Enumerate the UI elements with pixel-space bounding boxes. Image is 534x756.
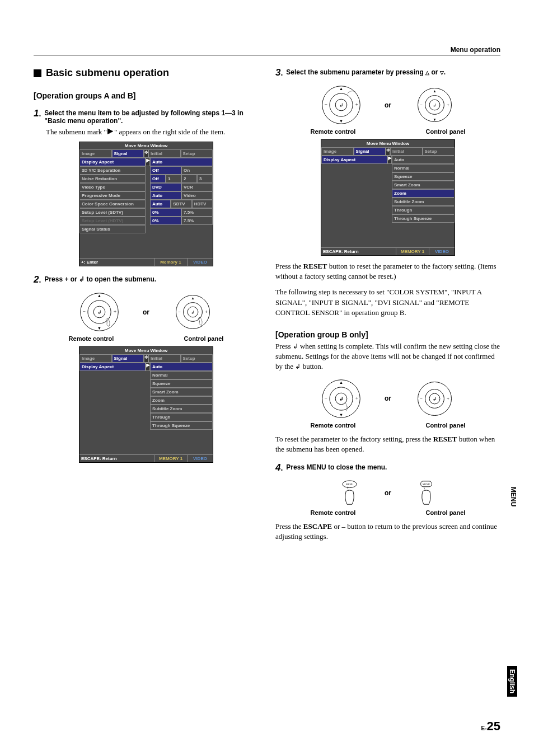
- svg-text:▲: ▲: [339, 86, 343, 91]
- remote-menu-button-icon: MENU: [337, 479, 362, 507]
- svg-text:−: −: [83, 309, 86, 315]
- step-2-text: Press + or ↲ to open the submenu.: [44, 274, 156, 285]
- svg-text:▼: ▼: [433, 118, 436, 121]
- or-label-4: or: [385, 489, 391, 497]
- svg-text:MENU: MENU: [346, 483, 354, 486]
- svg-text:+: +: [114, 309, 116, 315]
- svg-text:▲: ▲: [97, 293, 101, 298]
- header-title: Menu operation: [451, 46, 500, 54]
- svg-text:▲: ▲: [433, 89, 436, 93]
- control-labels-3: Remote controlControl panel: [275, 422, 500, 429]
- menu-window-3: Move Menu WindowImageSignal✥InitialSetup…: [321, 139, 455, 256]
- right-column: 3. Select the submenu parameter by press…: [275, 67, 500, 542]
- svg-text:↲: ↲: [97, 309, 102, 315]
- remote-dpad-icon-2: ▲▼−+↲: [320, 84, 362, 126]
- or-label-2: or: [385, 101, 391, 109]
- svg-text:MENU: MENU: [423, 483, 430, 486]
- step-2: 2. Press + or ↲ to open the submenu.: [34, 274, 259, 285]
- reset-note-2: To reset the parameter to the factory se…: [275, 434, 500, 454]
- escape-note: Press the ESCAPE or – button to return t…: [275, 522, 500, 542]
- svg-text:▼: ▼: [339, 412, 343, 417]
- panel-dpad-icon-3: −+↲: [414, 378, 456, 420]
- svg-text:−: −: [325, 396, 327, 401]
- svg-text:▼: ▼: [339, 119, 343, 124]
- control-illustration-row-2: ▲▼−+↲ or ▲▼−+↲: [275, 84, 500, 126]
- step-4: 4. Press MENU to close the menu.: [275, 462, 500, 473]
- left-column: Basic submenu operation [Operation group…: [34, 67, 259, 542]
- svg-text:▼: ▼: [97, 326, 101, 331]
- header-divider: [34, 55, 500, 55]
- svg-text:▲: ▲: [339, 380, 343, 385]
- svg-text:+: +: [447, 396, 449, 401]
- step-1-text: Select the menu item to be adjusted by f…: [44, 108, 259, 125]
- group-b-heading: [Operation group B only]: [275, 330, 500, 339]
- panel-dpad-icon-2: ▲▼−+↲: [414, 84, 456, 126]
- or-label-3: or: [385, 395, 391, 402]
- enter-icon-2: ↲: [293, 342, 298, 350]
- svg-text:▲: ▲: [191, 296, 194, 300]
- svg-text:↲: ↲: [191, 309, 195, 315]
- side-tab-english: English: [507, 666, 517, 697]
- menu-window-1: Move Menu WindowImageSignal✥InitialSetup…: [79, 142, 213, 266]
- svg-text:+: +: [447, 102, 449, 107]
- svg-text:−: −: [178, 309, 181, 315]
- step-4-text: Press MENU to close the menu.: [286, 462, 387, 473]
- menu-window-2: Move Menu WindowImageSignal✥InitialSetup…: [79, 346, 213, 463]
- reset-note: Press the RESET button to reset the para…: [275, 261, 500, 281]
- svg-text:↲: ↲: [339, 396, 344, 402]
- side-tab-menu: MENU: [509, 487, 517, 506]
- remote-dpad-icon: ▲▼−+↲: [78, 291, 120, 333]
- page-number: E-25: [481, 719, 500, 734]
- enter-icon: ↲: [79, 275, 85, 283]
- or-label: or: [143, 308, 149, 316]
- enter-icon-3: ↲: [295, 363, 301, 370]
- remote-dpad-icon-3: ▲▼−+↲: [320, 378, 362, 420]
- svg-text:+: +: [205, 309, 208, 315]
- down-triangle-icon: ▽: [440, 70, 444, 76]
- control-illustration-row-3: ▲▼−+↲ or −+↲: [275, 378, 500, 420]
- control-illustration-row-1: ▲▼−+↲ or ▲−+↲: [34, 291, 259, 333]
- svg-text:↲: ↲: [433, 102, 437, 108]
- control-labels-4: Remote controlControl panel: [275, 509, 500, 516]
- control-illustration-row-4: MENU or MENU: [275, 479, 500, 507]
- svg-text:−: −: [420, 396, 423, 401]
- svg-text:−: −: [420, 102, 423, 107]
- group-a-b-heading: [Operation groups A and B]: [34, 91, 259, 100]
- svg-text:↲: ↲: [433, 396, 437, 402]
- panel-menu-button-icon: MENU: [414, 479, 439, 507]
- control-labels-2: Remote controlControl panel: [275, 128, 500, 135]
- step-1-body: The submenu mark "⯈" appears on the righ…: [46, 127, 259, 137]
- step-1: 1. Select the menu item to be adjusted b…: [34, 108, 259, 125]
- square-bullet-icon: [34, 69, 41, 77]
- svg-text:+: +: [355, 396, 358, 401]
- heading-text: Basic submenu operation: [46, 67, 169, 79]
- svg-text:−: −: [325, 102, 327, 107]
- group-b-note: The following step is necessary to set "…: [275, 287, 500, 318]
- control-labels-1: Remote controlControl panel: [34, 335, 259, 342]
- svg-text:↲: ↲: [339, 102, 344, 108]
- step-3: 3. Select the submenu parameter by press…: [275, 67, 500, 78]
- panel-dpad-icon: ▲−+↲: [172, 291, 214, 333]
- section-heading: Basic submenu operation: [34, 67, 259, 79]
- step-3-text: Select the submenu parameter by pressing…: [286, 67, 446, 78]
- svg-text:+: +: [355, 102, 358, 107]
- group-b-body: Press ↲ when setting is complete. This w…: [275, 341, 500, 372]
